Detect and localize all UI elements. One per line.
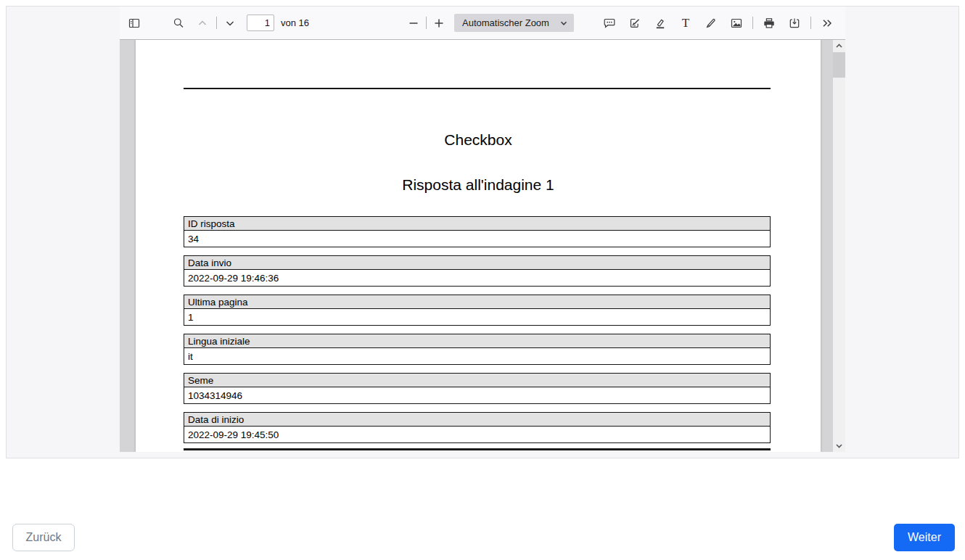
document-subtitle: Risposta all'indagine 1	[136, 176, 821, 194]
more-tools-button[interactable]	[818, 14, 837, 33]
page-count-label: von 16	[281, 17, 309, 28]
next-button[interactable]: Weiter	[894, 524, 955, 551]
highlighter-icon	[654, 17, 667, 30]
toolbar-separator	[426, 17, 427, 29]
download-icon	[788, 17, 801, 30]
next-row-clipped-border	[184, 448, 771, 450]
printer-icon	[763, 17, 776, 30]
chevron-up-icon	[196, 17, 209, 30]
free-text-tool-button[interactable]: T	[676, 14, 695, 33]
toolbar-right-group: T	[600, 7, 837, 39]
field-label-cell: Data di inizio	[184, 412, 771, 427]
pdf-embed: von 16 Automatischer Zoom	[120, 7, 845, 452]
highlight-tool-button[interactable]	[651, 14, 670, 33]
document-title: Checkbox	[136, 131, 821, 149]
field-label-cell: Lingua iniziale	[184, 334, 771, 348]
header-rule	[184, 88, 771, 89]
chevron-down-icon	[223, 17, 237, 30]
table-row: Ultima pagina 1	[184, 295, 771, 326]
field-label-cell: Data invio	[184, 255, 771, 270]
table-row: Data di inizio 2022-09-29 19:45:50	[184, 412, 771, 443]
field-value-cell: 2022-09-29 19:46:36	[184, 270, 771, 287]
toolbar-separator	[216, 17, 217, 29]
image-icon	[730, 17, 743, 30]
draw-tool-button[interactable]	[702, 14, 720, 33]
pdf-page: Checkbox Risposta all'indagine 1 ID risp…	[136, 40, 821, 452]
zoom-select-value: Automatischer Zoom	[462, 17, 549, 28]
toolbar-separator	[752, 17, 753, 29]
plus-icon	[432, 17, 445, 30]
next-page-button[interactable]	[221, 14, 239, 33]
zoom-out-button[interactable]	[404, 14, 423, 33]
comment-icon	[603, 17, 616, 30]
field-value-cell: 34	[184, 231, 771, 247]
table-row: Data invio 2022-09-29 19:46:36	[184, 255, 771, 287]
vertical-scrollbar[interactable]	[833, 40, 845, 452]
chevron-down-icon	[559, 19, 568, 28]
toolbar-zoom-group: Automatischer Zoom	[404, 7, 574, 39]
pdf-viewer-frame: von 16 Automatischer Zoom	[6, 6, 959, 458]
add-image-tool-button[interactable]	[727, 14, 746, 33]
toolbar-left-group: von 16	[120, 7, 309, 39]
signature-icon	[628, 17, 641, 30]
pdf-viewer-canvas[interactable]: Checkbox Risposta all'indagine 1 ID risp…	[120, 40, 845, 452]
field-value-cell: 1	[184, 309, 771, 326]
chevron-up-icon	[834, 41, 844, 51]
scrollbar-thumb[interactable]	[833, 52, 845, 78]
print-button[interactable]	[760, 14, 779, 33]
pen-icon	[705, 17, 718, 30]
signature-tool-button[interactable]	[625, 14, 644, 33]
search-button[interactable]	[169, 14, 188, 33]
field-value-cell: 2022-09-29 19:45:50	[184, 427, 771, 443]
minus-icon	[407, 17, 420, 30]
field-value-cell: it	[184, 348, 771, 365]
zoom-in-button[interactable]	[430, 14, 448, 33]
double-chevron-right-icon	[821, 17, 834, 30]
toolbar-separator	[810, 17, 811, 29]
page-number-input[interactable]	[247, 15, 274, 31]
search-icon	[172, 17, 185, 30]
comment-tool-button[interactable]	[600, 14, 619, 33]
pdf-table: ID risposta 34 Data invio 2022-09-29 19:…	[184, 216, 771, 451]
pdf-toolbar: von 16 Automatischer Zoom	[120, 7, 845, 40]
field-label-cell: Seme	[184, 373, 771, 387]
back-button[interactable]: Zurück	[12, 524, 75, 551]
toggle-sidebar-button[interactable]	[125, 14, 144, 33]
table-row: ID risposta 34	[184, 216, 771, 247]
zoom-select[interactable]: Automatischer Zoom	[454, 14, 574, 32]
table-row: Lingua iniziale it	[184, 334, 771, 365]
scroll-up-button[interactable]	[833, 40, 845, 52]
chevron-down-icon	[834, 441, 844, 450]
scroll-down-button[interactable]	[833, 440, 845, 452]
previous-page-button[interactable]	[193, 14, 212, 33]
text-tool-icon: T	[682, 17, 689, 29]
download-button[interactable]	[785, 14, 804, 33]
field-value-cell: 1034314946	[184, 387, 771, 404]
field-label-cell: Ultima pagina	[184, 295, 771, 309]
sidebar-icon	[128, 17, 141, 30]
field-label-cell: ID risposta	[184, 216, 771, 231]
table-row: Seme 1034314946	[184, 373, 771, 404]
